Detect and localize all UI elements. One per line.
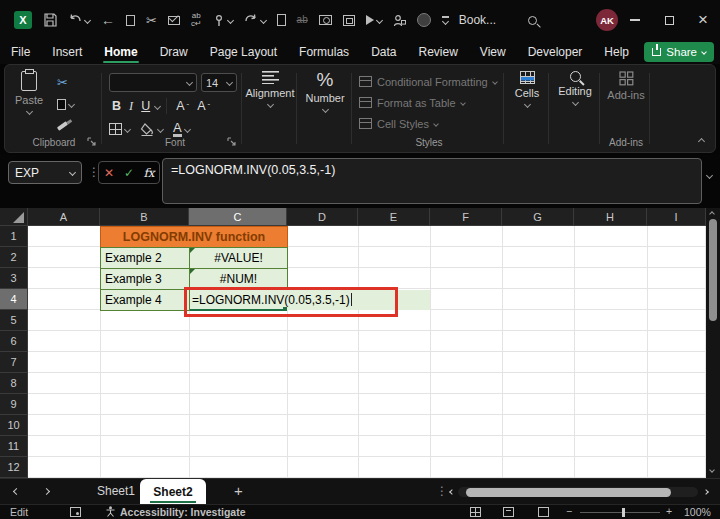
accessibility-icon[interactable] — [106, 506, 115, 519]
new-sheet-button[interactable]: + — [234, 482, 243, 499]
cells-button[interactable]: Cells — [509, 71, 545, 107]
macro-record-icon[interactable] — [70, 507, 81, 519]
column-header-i[interactable]: I — [647, 208, 706, 226]
account-circle-icon[interactable] — [417, 13, 431, 27]
insert-function-icon[interactable]: fx — [139, 166, 159, 180]
undo-dropdown-icon[interactable] — [84, 16, 91, 23]
sign-in-lock-icon[interactable] — [393, 14, 406, 27]
redo-icon[interactable] — [244, 14, 266, 26]
expand-formula-bar-icon[interactable] — [706, 172, 713, 179]
increase-font-button[interactable]: Aˆ — [173, 99, 192, 113]
underline-button[interactable]: U — [138, 99, 153, 113]
editing-button[interactable]: Editing — [554, 71, 596, 105]
tab-file[interactable]: File — [0, 40, 41, 64]
name-box[interactable]: EXP — [8, 161, 82, 184]
view-page-layout-icon[interactable] — [503, 507, 514, 519]
camera-icon[interactable] — [319, 15, 332, 25]
horizontal-scrollbar[interactable] — [458, 487, 698, 497]
tab-insert[interactable]: Insert — [41, 40, 93, 64]
share-button[interactable]: Share — [644, 42, 714, 62]
zoom-in-button[interactable]: + — [666, 505, 672, 517]
sheet-tab-sheet1[interactable]: Sheet1 — [97, 484, 135, 498]
customize-qat-icon[interactable] — [442, 16, 449, 23]
touch-mode-icon[interactable] — [213, 14, 233, 27]
column-header-c[interactable]: C — [189, 208, 287, 226]
confirm-entry-icon[interactable]: ✓ — [119, 166, 139, 180]
sheet-tab-sheet2-active[interactable]: Sheet2 — [140, 479, 206, 505]
new-document-icon[interactable] — [277, 14, 286, 26]
tab-developer[interactable]: Developer — [517, 40, 594, 64]
copy-icon[interactable] — [126, 15, 135, 26]
collapse-ribbon-icon[interactable] — [698, 138, 705, 145]
row-header-4[interactable]: 4 — [0, 289, 28, 310]
cell-styles-button[interactable]: Cell Styles — [359, 113, 497, 134]
cut-icon[interactable]: ✂ — [146, 13, 157, 28]
format-painter-button[interactable] — [57, 117, 74, 135]
redo-dropdown-icon[interactable] — [260, 16, 267, 23]
row-header-12[interactable]: 12 — [0, 457, 28, 478]
cancel-entry-icon[interactable]: ✕ — [99, 166, 119, 180]
column-header-e[interactable]: E — [358, 208, 430, 226]
copy-button[interactable] — [57, 95, 74, 113]
back-arrow-icon[interactable]: ← — [101, 12, 115, 28]
scroll-up-icon[interactable] — [709, 211, 715, 217]
tab-data[interactable]: Data — [360, 40, 407, 64]
column-header-f[interactable]: F — [430, 208, 502, 226]
cells-area[interactable]: LOGNORM.INV function Example 2 #VALUE! E… — [28, 226, 706, 478]
cell-b2[interactable]: Example 2 — [100, 247, 190, 269]
row-header-8[interactable]: 8 — [0, 373, 28, 394]
strikethrough-icon[interactable]: ab — [297, 16, 308, 24]
row-header-11[interactable]: 11 — [0, 436, 28, 457]
vertical-scrollbar[interactable] — [706, 208, 720, 478]
font-name-combo[interactable] — [109, 73, 197, 92]
tab-formulas[interactable]: Formulas — [288, 40, 360, 64]
cell-b1-title[interactable]: LOGNORM.INV function — [100, 226, 288, 248]
sheetbar-options-icon[interactable]: ⋮ — [436, 484, 448, 498]
export-run-icon[interactable] — [366, 15, 382, 25]
column-header-a[interactable]: A — [28, 208, 100, 226]
snapshot-preview-icon[interactable] — [343, 15, 355, 26]
search-icon[interactable] — [528, 11, 537, 29]
export-run-dropdown-icon[interactable] — [376, 16, 383, 23]
add-ins-button[interactable]: Add-ins — [605, 71, 647, 101]
row-header-5[interactable]: 5 — [0, 310, 28, 331]
cell-b3[interactable]: Example 3 — [100, 268, 190, 290]
formula-input[interactable]: =LOGNORM.INV(0.05,3.5,-1) — [162, 158, 702, 204]
bold-button[interactable]: B — [109, 99, 124, 113]
fill-color-button[interactable] — [140, 123, 163, 136]
zoom-slider-thumb[interactable] — [622, 508, 625, 517]
next-sheet-icon[interactable] — [43, 488, 50, 495]
column-header-g[interactable]: G — [502, 208, 574, 226]
column-header-h[interactable]: H — [574, 208, 647, 226]
italic-button[interactable]: I — [126, 99, 136, 114]
tab-help[interactable]: Help — [593, 40, 640, 64]
zoom-slider[interactable] — [580, 512, 660, 513]
undo-icon[interactable] — [68, 14, 90, 26]
column-header-b[interactable]: B — [100, 208, 189, 226]
avatar[interactable]: AK — [596, 9, 618, 31]
row-header-1[interactable]: 1 — [0, 226, 28, 247]
view-normal-icon[interactable] — [470, 507, 481, 519]
horizontal-scrollbar-thumb[interactable] — [466, 488, 671, 497]
row-header-10[interactable]: 10 — [0, 415, 28, 436]
decrease-font-button[interactable]: Aˇ — [194, 99, 213, 113]
row-header-3[interactable]: 3 — [0, 268, 28, 289]
row-header-7[interactable]: 7 — [0, 352, 28, 373]
zoom-level[interactable]: 100% — [684, 506, 711, 518]
tab-home[interactable]: Home — [93, 40, 148, 64]
tab-view[interactable]: View — [469, 40, 517, 64]
minimize-button[interactable] — [618, 0, 652, 40]
row-header-9[interactable]: 9 — [0, 394, 28, 415]
excel-logo-icon[interactable]: X — [14, 11, 32, 29]
close-button[interactable]: × — [686, 0, 720, 40]
zoom-out-button[interactable]: − — [566, 505, 572, 517]
prev-sheet-icon[interactable] — [13, 488, 20, 495]
translate-icon[interactable]: abc↵ — [191, 12, 202, 28]
mail-icon[interactable] — [168, 16, 180, 25]
tab-draw[interactable]: Draw — [149, 40, 199, 64]
maximize-button[interactable] — [652, 0, 686, 40]
tab-review[interactable]: Review — [407, 40, 468, 64]
row-header-6[interactable]: 6 — [0, 331, 28, 352]
number-button[interactable]: % Number — [302, 71, 348, 112]
conditional-formatting-button[interactable]: Conditional Formatting — [359, 71, 497, 92]
